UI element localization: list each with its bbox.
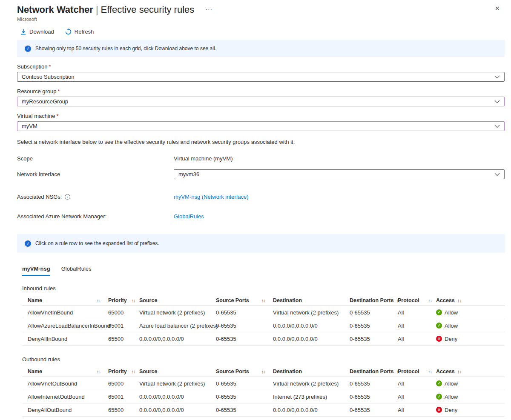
virtual-machine-dropdown[interactable]: myVM bbox=[17, 121, 505, 131]
rule-source-ports: 0-65535 bbox=[214, 323, 271, 329]
column-header-destination: Destination bbox=[271, 369, 348, 374]
column-header-priority[interactable]: Priority↑↓ bbox=[106, 369, 138, 374]
table-row[interactable]: DenyAllOutBound 65500 0.0.0.0/0,0.0.0.0/… bbox=[22, 403, 505, 417]
rule-source-ports: 0-65535 bbox=[214, 394, 271, 400]
outbound-rules-table: Name↑↓ Priority↑↓ Source Source Ports↑↓ … bbox=[22, 366, 505, 417]
resource-group-dropdown[interactable]: myResourceGroup bbox=[17, 97, 505, 106]
selector-form: Subscription* Contoso Subscription Resou… bbox=[17, 63, 505, 131]
column-header-name[interactable]: Name↑↓ bbox=[22, 369, 106, 374]
subscription-label: Subscription* bbox=[17, 63, 505, 70]
resource-group-label: Resource group* bbox=[17, 88, 505, 94]
page-title-blade: Effective security rules bbox=[101, 4, 195, 15]
associated-nsg-link[interactable]: myVM-nsg (Network interface) bbox=[174, 194, 249, 200]
refresh-button[interactable]: Refresh bbox=[65, 29, 94, 35]
sort-icon[interactable]: ↑↓ bbox=[261, 298, 265, 303]
details-section: Scope Virtual machine (myVM) Network int… bbox=[17, 155, 505, 220]
chevron-down-icon bbox=[494, 75, 500, 79]
rule-name: DenyAllInBound bbox=[22, 336, 106, 342]
column-header-name[interactable]: Name↑↓ bbox=[22, 297, 106, 303]
sort-icon[interactable]: ↑↓ bbox=[457, 369, 461, 374]
rule-source-ports: 0-65535 bbox=[214, 336, 271, 342]
scope-label: Scope bbox=[17, 155, 174, 162]
deny-icon: ✕ bbox=[436, 407, 442, 413]
rule-priority: 65500 bbox=[106, 407, 138, 413]
column-header-access[interactable]: Access↑↓ bbox=[434, 297, 505, 303]
scope-row: Scope Virtual machine (myVM) bbox=[17, 155, 505, 162]
allow-icon: ✓ bbox=[436, 309, 442, 315]
sort-icon[interactable]: ↑↓ bbox=[97, 298, 100, 303]
download-button[interactable]: Download bbox=[20, 29, 54, 35]
column-header-protocol[interactable]: Protocol↑↓ bbox=[396, 297, 434, 303]
tab-myvm-nsg[interactable]: myVM-nsg bbox=[22, 266, 50, 276]
rule-access: Allow bbox=[445, 380, 458, 387]
associated-manager-link[interactable]: GlobalRules bbox=[174, 213, 204, 220]
chevron-down-icon bbox=[494, 173, 500, 176]
info-tooltip-icon[interactable]: i bbox=[65, 194, 70, 200]
rule-name: AllowAzureLoadBalancerInBound bbox=[22, 323, 106, 329]
sort-icon[interactable]: ↑↓ bbox=[428, 369, 432, 374]
publisher-subtitle: Microsoft bbox=[17, 17, 501, 22]
table-row[interactable]: AllowVnetOutBound 65000 Virtual network … bbox=[22, 377, 505, 390]
required-asterisk: * bbox=[56, 113, 58, 119]
rule-name: AllowInternetOutBound bbox=[22, 394, 106, 400]
rule-source-ports: 0-65535 bbox=[214, 309, 271, 316]
column-header-source-ports[interactable]: Source Ports↑↓ bbox=[214, 369, 271, 374]
rule-source: 0.0.0.0/0,0.0.0.0/0 bbox=[138, 394, 214, 400]
resource-group-value: myResourceGroup bbox=[22, 98, 68, 105]
sort-icon[interactable]: ↑↓ bbox=[131, 369, 135, 374]
table-row[interactable]: AllowAzureLoadBalancerInBound 65001 Azur… bbox=[22, 319, 505, 332]
column-header-source-ports[interactable]: Source Ports↑↓ bbox=[214, 297, 271, 303]
rule-protocol: All bbox=[396, 407, 434, 413]
rule-priority: 65500 bbox=[106, 336, 138, 342]
rule-destination: Virtual network (2 prefixes) bbox=[271, 309, 348, 316]
rule-protocol: All bbox=[396, 323, 434, 329]
rule-name: DenyAllOutBound bbox=[22, 407, 106, 413]
rule-source: Virtual network (2 prefixes) bbox=[138, 309, 214, 316]
rule-destination-ports: 0-65535 bbox=[348, 323, 396, 329]
more-menu-icon[interactable]: ··· bbox=[205, 6, 212, 12]
rule-source: 0.0.0.0/0,0.0.0.0/0 bbox=[138, 336, 214, 342]
column-header-protocol[interactable]: Protocol↑↓ bbox=[396, 369, 434, 374]
table-row[interactable]: DenyAllInBound 65500 0.0.0.0/0,0.0.0.0/0… bbox=[22, 332, 505, 346]
column-header-destination-ports[interactable]: Destination Ports↑↓ bbox=[348, 369, 396, 374]
sort-icon[interactable]: ↑↓ bbox=[131, 298, 135, 303]
table-row[interactable]: AllowVnetInBound 65000 Virtual network (… bbox=[22, 306, 505, 319]
deny-icon: ✕ bbox=[436, 336, 442, 342]
table-row[interactable]: AllowInternetOutBound 65001 0.0.0.0/0,0.… bbox=[22, 390, 505, 403]
title-separator: | bbox=[93, 4, 101, 15]
rule-access: Deny bbox=[445, 407, 457, 413]
sort-icon[interactable]: ↑↓ bbox=[457, 298, 461, 303]
inbound-rules-table: Name↑↓ Priority↑↓ Source Source Ports↑↓ … bbox=[22, 295, 505, 346]
page-title-app: Network Watcher bbox=[17, 4, 93, 15]
tab-globalrules[interactable]: GlobalRules bbox=[61, 266, 92, 276]
rule-access: Allow bbox=[445, 394, 458, 400]
allow-icon: ✓ bbox=[436, 380, 442, 386]
associated-nsgs-label: Associated NSGs: bbox=[17, 194, 62, 200]
network-interface-dropdown[interactable]: myvm36 bbox=[174, 169, 505, 179]
column-header-destination-ports[interactable]: Destination Ports↑↓ bbox=[348, 297, 396, 303]
subscription-dropdown[interactable]: Contoso Subscription bbox=[17, 72, 505, 82]
required-asterisk: * bbox=[49, 63, 51, 70]
rule-destination-ports: 0-65535 bbox=[348, 407, 396, 413]
column-header-access[interactable]: Access↑↓ bbox=[434, 369, 505, 374]
rule-protocol: All bbox=[396, 336, 434, 342]
inbound-rules-title: Inbound rules bbox=[22, 285, 511, 291]
sort-icon[interactable]: ↑↓ bbox=[97, 369, 100, 374]
sort-icon[interactable]: ↑↓ bbox=[261, 369, 265, 374]
rule-destination-ports: 0-65535 bbox=[348, 394, 396, 400]
chevron-down-icon bbox=[494, 100, 500, 103]
close-icon[interactable]: ✕ bbox=[494, 5, 500, 11]
chevron-down-icon bbox=[494, 125, 500, 128]
page-title: Network Watcher|Effective security rules bbox=[17, 4, 194, 15]
nsg-tabs: myVM-nsg GlobalRules bbox=[22, 266, 511, 276]
associated-manager-label: Associated Azure Network Manager: bbox=[17, 213, 174, 220]
column-header-source: Source bbox=[138, 297, 214, 303]
column-header-priority[interactable]: Priority↑↓ bbox=[106, 297, 138, 303]
allow-icon: ✓ bbox=[436, 323, 442, 329]
rule-priority: 65000 bbox=[106, 380, 138, 387]
sort-icon[interactable]: ↑↓ bbox=[428, 298, 432, 303]
virtual-machine-value: myVM bbox=[22, 123, 37, 129]
network-interface-value: myvm36 bbox=[178, 171, 199, 177]
refresh-icon bbox=[65, 29, 72, 35]
rule-name: AllowVnetOutBound bbox=[22, 380, 106, 387]
